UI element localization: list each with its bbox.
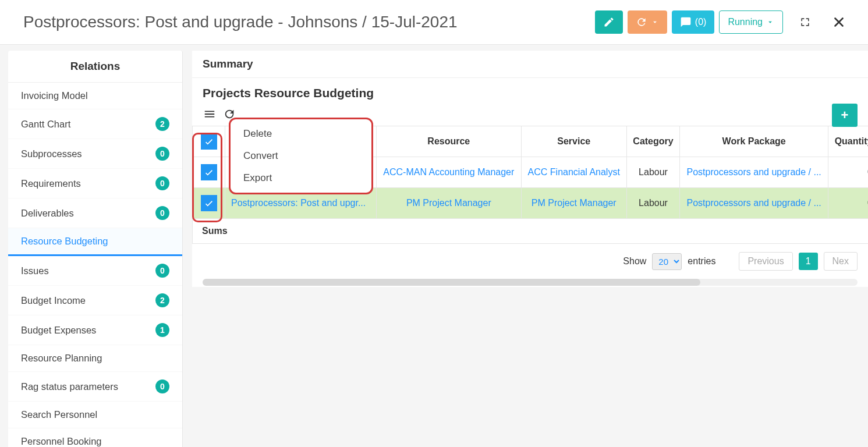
cell-category: Labour <box>626 188 679 219</box>
context-item-convert[interactable]: Convert <box>231 145 371 167</box>
badge: 0 <box>155 147 169 161</box>
sidebar-header: Relations <box>8 51 182 83</box>
sidebar-item-gantt-chart[interactable]: Gantt Chart2 <box>8 109 182 139</box>
cell-service[interactable]: ACC Financial Analyst <box>521 157 626 188</box>
sidebar-item-budget-income[interactable]: Budget Income2 <box>8 286 182 315</box>
entries-label: entries <box>688 256 715 267</box>
col-service[interactable]: Service <box>521 126 626 157</box>
badge: 0 <box>155 379 169 393</box>
sidebar-item-label: Deliverables <box>21 208 74 219</box>
sidebar: Relations Invoicing ModelGantt Chart2Sub… <box>8 51 183 447</box>
comment-icon <box>680 16 692 28</box>
fullscreen-button[interactable] <box>793 10 817 34</box>
status-dropdown[interactable]: Running <box>719 10 783 34</box>
pencil-icon <box>603 16 615 28</box>
fullscreen-icon <box>799 16 811 28</box>
section-title: Projects Resource Budgeting <box>192 78 868 106</box>
horizontal-scrollbar[interactable] <box>192 279 868 287</box>
badge: 1 <box>155 323 169 337</box>
sidebar-item-label: Budget Income <box>21 295 86 306</box>
sidebar-item-issues[interactable]: Issues0 <box>8 256 182 286</box>
col-quantity[interactable]: Quantity <box>828 126 868 157</box>
close-icon <box>831 15 846 30</box>
sidebar-item-label: Issues <box>21 265 49 276</box>
hamburger-icon <box>203 108 216 120</box>
refresh-icon <box>636 16 647 28</box>
pager: Show 20 entries Previous 1 Nex <box>192 244 868 279</box>
sidebar-item-invoicing-model[interactable]: Invoicing Model <box>8 83 182 109</box>
select-all-checkbox[interactable] <box>201 133 217 150</box>
chevron-down-icon <box>651 18 659 26</box>
cell-resource[interactable]: PM Project Manager <box>377 188 522 219</box>
sidebar-item-subprocesses[interactable]: Subprocesses0 <box>8 139 182 169</box>
close-button[interactable] <box>827 10 851 34</box>
sidebar-item-rag-status-parameters[interactable]: Rag status parameters0 <box>8 372 182 402</box>
pager-next[interactable]: Nex <box>824 252 858 271</box>
page-size-select[interactable]: 20 <box>652 253 682 270</box>
badge: 2 <box>155 293 169 307</box>
context-menu: DeleteConvertExport <box>229 118 373 194</box>
refresh-dropdown-button[interactable] <box>628 10 667 34</box>
check-icon <box>204 198 214 208</box>
check-icon <box>204 167 214 178</box>
badge: 0 <box>155 176 169 190</box>
context-item-delete[interactable]: Delete <box>231 123 371 145</box>
sidebar-item-label: Search Personnel <box>21 409 97 420</box>
sums-label: Sums <box>193 219 869 244</box>
cell-work_package[interactable]: Postprocessors and upgrade / ... <box>680 188 828 219</box>
sidebar-item-label: Resource Planning <box>21 353 102 364</box>
sidebar-item-label: Rag status parameters <box>21 381 118 392</box>
cell-work_package[interactable]: Postprocessors and upgrade / ... <box>680 157 828 188</box>
sidebar-item-label: Invoicing Model <box>21 90 88 101</box>
edit-button[interactable] <box>595 10 623 34</box>
show-label: Show <box>623 256 646 267</box>
context-item-export[interactable]: Export <box>231 167 371 189</box>
col-category[interactable]: Category <box>626 126 679 157</box>
chevron-down-icon <box>766 18 774 26</box>
sidebar-item-search-personnel[interactable]: Search Personnel <box>8 402 182 428</box>
cell-resource[interactable]: ACC-MAN Accounting Manager <box>377 157 522 188</box>
row-checkbox[interactable] <box>201 164 217 180</box>
col-resource[interactable]: Resource <box>377 126 522 157</box>
pager-previous[interactable]: Previous <box>739 252 792 271</box>
menu-button[interactable] <box>203 107 217 121</box>
col-work-package[interactable]: Work Package <box>680 126 828 157</box>
cell-quantity: 0 <box>828 188 868 219</box>
plus-icon: + <box>841 108 849 123</box>
cell-category: Labour <box>626 157 679 188</box>
sidebar-item-label: Resource Budgeting <box>21 236 108 247</box>
sidebar-item-label: Budget Expenses <box>21 325 96 336</box>
col-checkbox <box>193 126 225 157</box>
check-icon <box>204 136 214 147</box>
sidebar-item-label: Requirements <box>21 178 81 189</box>
pager-current[interactable]: 1 <box>799 253 818 270</box>
badge: 0 <box>155 264 169 278</box>
sidebar-item-requirements[interactable]: Requirements0 <box>8 169 182 198</box>
sidebar-item-label: Personnel Booking <box>21 436 102 447</box>
status-label: Running <box>728 17 763 27</box>
comments-button[interactable]: (0) <box>672 10 715 34</box>
sidebar-item-resource-budgeting[interactable]: Resource Budgeting <box>8 228 182 256</box>
sidebar-item-deliverables[interactable]: Deliverables0 <box>8 198 182 228</box>
cell-service[interactable]: PM Project Manager <box>521 188 626 219</box>
sidebar-item-label: Subprocesses <box>21 148 82 159</box>
badge: 2 <box>155 117 169 131</box>
sidebar-item-label: Gantt Chart <box>21 119 70 130</box>
page-title: Postprocessors: Post and upgrade - Johns… <box>23 13 590 31</box>
badge: 0 <box>155 206 169 220</box>
sidebar-item-budget-expenses[interactable]: Budget Expenses1 <box>8 315 182 345</box>
sidebar-item-personnel-booking[interactable]: Personnel Booking <box>8 428 182 447</box>
summary-tab[interactable]: Summary <box>192 51 868 78</box>
cell-quantity: 0 <box>828 157 868 188</box>
comments-count: (0) <box>695 17 707 27</box>
main-panel: Summary Projects Resource Budgeting + <box>183 45 868 447</box>
top-bar: Postprocessors: Post and upgrade - Johns… <box>0 0 868 45</box>
row-checkbox[interactable] <box>201 195 217 211</box>
sidebar-item-resource-planning[interactable]: Resource Planning <box>8 345 182 372</box>
add-button[interactable]: + <box>832 104 858 127</box>
